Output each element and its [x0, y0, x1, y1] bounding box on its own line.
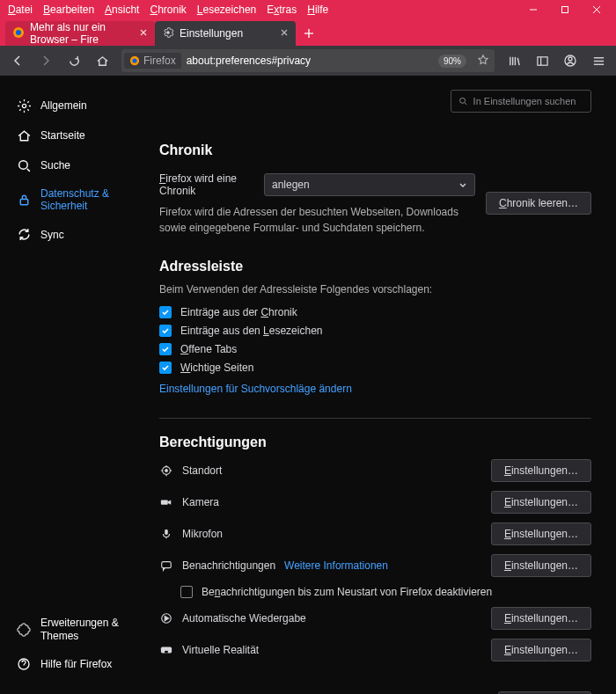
sidebar-item-label: Sync: [40, 229, 64, 241]
chk-tabs[interactable]: Offene Tabs: [159, 343, 591, 355]
chevron-down-icon: [458, 180, 467, 189]
gear-icon: [162, 26, 174, 41]
chk-lesezeichen[interactable]: Einträge aus den Lesezeichen: [159, 325, 591, 337]
perm-vr: Virtuelle Realität: [182, 644, 482, 656]
new-tab-button[interactable]: [296, 21, 322, 46]
reload-button[interactable]: [62, 48, 86, 73]
menu-datei[interactable]: Datei: [4, 2, 37, 18]
chk-chronik[interactable]: Einträge aus der Chronik: [159, 306, 591, 318]
settings-search[interactable]: [451, 90, 591, 113]
forward-button[interactable]: [33, 48, 58, 73]
autoplay-icon: [159, 611, 173, 625]
mic-icon: [159, 527, 173, 541]
gear-icon: [16, 98, 32, 113]
perm-mikrofon: Mikrofon: [182, 528, 482, 540]
settings-kamera-button[interactable]: Einstellungen…: [491, 491, 591, 514]
tab-1[interactable]: Einstellungen: [155, 21, 296, 46]
sidebar-item-allgemein[interactable]: Allgemein: [7, 91, 147, 120]
settings-notif-button[interactable]: Einstellungen…: [491, 554, 591, 577]
bookmark-star-icon[interactable]: [477, 54, 489, 69]
sidebar-item-suche[interactable]: Suche: [7, 151, 147, 179]
perm-autoplay: Automatische Wiedergabe: [182, 612, 482, 625]
svg-point-33: [165, 470, 168, 472]
settings-mikrofon-button[interactable]: Einstellungen…: [491, 522, 591, 545]
svg-rect-18: [537, 56, 546, 64]
sync-icon: [16, 227, 32, 243]
svg-point-25: [22, 104, 26, 107]
zoom-badge[interactable]: 90%: [438, 55, 466, 68]
urlbar[interactable]: Firefox about:preferences#privacy 90%: [121, 49, 495, 72]
svg-rect-28: [20, 199, 28, 204]
svg-point-21: [568, 57, 572, 61]
identity-box[interactable]: Firefox: [124, 53, 181, 69]
chronik-prefix: Firefox wird eine Chronik: [159, 172, 257, 197]
adr-sub: Beim Verwenden der Adressleiste Folgende…: [159, 283, 591, 296]
perm-benachrichtigungen: BenachrichtigungenWeitere Informationen: [182, 559, 482, 572]
sidebar-item-extensions[interactable]: Erweiterungen & Themes: [7, 610, 147, 648]
home-icon: [16, 128, 32, 143]
puzzle-icon: [16, 622, 32, 638]
menu-hilfe[interactable]: Hilfe: [303, 2, 333, 18]
notification-icon: [159, 559, 173, 573]
heading-chronik: Chronik: [159, 142, 591, 158]
svg-line-31: [465, 103, 466, 105]
menu-bearbeiten[interactable]: Bearbeiten: [39, 2, 99, 18]
heading-berechtigungen: Berechtigungen: [159, 435, 591, 450]
minimize-button[interactable]: [517, 0, 549, 19]
svg-rect-40: [162, 562, 172, 568]
sidebar-item-startseite[interactable]: Startseite: [7, 121, 147, 150]
tab-label: Einstellungen: [180, 27, 243, 40]
search-icon: [16, 157, 32, 173]
maximize-button[interactable]: [549, 0, 581, 19]
svg-rect-43: [165, 651, 168, 654]
tab-0[interactable]: Mehr als nur ein Browser – Fire: [5, 21, 155, 46]
sidebar-item-label: Erweiterungen & Themes: [40, 617, 138, 642]
sidebar-item-sync[interactable]: Sync: [7, 221, 147, 249]
identity-label: Firefox: [143, 55, 176, 67]
menu-chronik[interactable]: Chronik: [145, 2, 190, 18]
menu-button[interactable]: [586, 48, 611, 73]
content: Chronik Firefox wird eine Chronik anlege…: [154, 76, 616, 694]
adr-link[interactable]: Einstellungen für Suchvorschläge ändern: [159, 383, 352, 395]
sidebar-item-label: Startseite: [40, 129, 85, 142]
perm-kamera: Kamera: [182, 496, 482, 508]
tab-label: Mehr als nur ein Browser – Fire: [30, 21, 134, 46]
sidebar-button[interactable]: [530, 48, 554, 73]
settings-autoplay-button[interactable]: Einstellungen…: [491, 607, 591, 630]
close-icon[interactable]: [139, 27, 148, 40]
close-icon[interactable]: [280, 27, 289, 40]
sidebar-item-label: Hilfe für Firefox: [40, 658, 112, 670]
help-icon: [16, 656, 32, 672]
svg-point-13: [132, 58, 136, 62]
settings-search-input[interactable]: [473, 96, 583, 106]
back-button[interactable]: [5, 48, 30, 73]
svg-rect-1: [562, 7, 568, 13]
lock-icon: [16, 192, 32, 208]
svg-line-27: [26, 168, 29, 171]
vr-icon: [159, 643, 173, 657]
sidebar-item-label: Suche: [40, 159, 70, 172]
chronik-select[interactable]: anlegen: [264, 173, 475, 196]
menu-extras[interactable]: Extras: [262, 2, 301, 18]
menu-ansicht[interactable]: Ansicht: [100, 2, 143, 18]
heading-adressleiste: Adressleiste: [159, 259, 591, 274]
account-button[interactable]: [558, 48, 583, 73]
titlebar: Datei Bearbeiten Ansicht Chronik Lesezei…: [0, 0, 616, 19]
library-button[interactable]: [502, 48, 526, 73]
chk-wichtige[interactable]: Wichtige Seiten: [159, 362, 591, 374]
sidebar: Allgemein Startseite Suche Datenschutz &…: [0, 76, 154, 694]
settings-vr-button[interactable]: Einstellungen…: [491, 639, 591, 661]
menu-lesezeichen[interactable]: Lesezeichen: [193, 2, 260, 18]
tabbar: Mehr als nur ein Browser – Fire Einstell…: [0, 19, 616, 46]
settings-standort-button[interactable]: Einstellungen…: [491, 459, 591, 482]
clear-history-button[interactable]: Chronik leeren…: [486, 192, 591, 215]
chk-notif-disable[interactable]: Benachrichtigungen bis zum Neustart von …: [180, 586, 591, 598]
close-button[interactable]: [581, 0, 612, 19]
notif-more-link[interactable]: Weitere Informationen: [284, 559, 388, 572]
svg-point-26: [18, 160, 27, 169]
search-icon: [458, 96, 468, 106]
sidebar-item-hilfe[interactable]: Hilfe für Firefox: [7, 650, 147, 678]
sidebar-item-datenschutz[interactable]: Datenschutz & Sicherheit: [7, 181, 147, 219]
svg-line-17: [517, 57, 519, 64]
home-button[interactable]: [90, 48, 114, 73]
